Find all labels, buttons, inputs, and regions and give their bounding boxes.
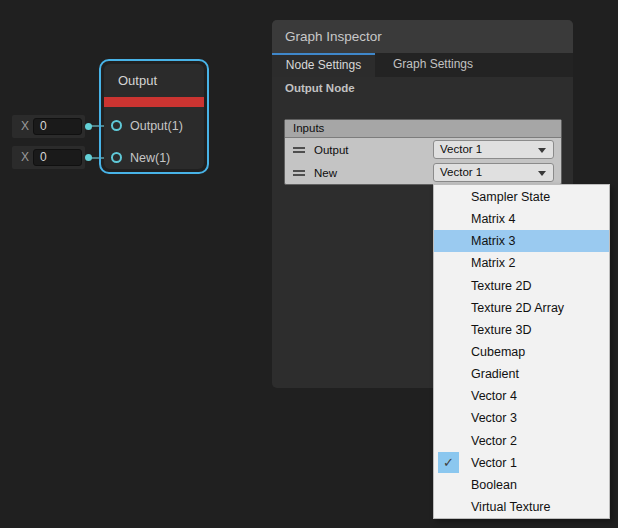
menu-item-gradient[interactable]: Gradient <box>434 363 609 385</box>
input-name: Output <box>314 144 349 156</box>
edge-endpoint-icon <box>85 123 92 130</box>
node-title: Output <box>118 64 157 97</box>
check-icon: ✓ <box>438 452 459 473</box>
inspector-header: Graph Inspector <box>272 20 573 53</box>
menu-item-matrix-4[interactable]: Matrix 4 <box>434 208 609 230</box>
tab-node-settings[interactable]: Node Settings <box>272 53 375 77</box>
menu-item-vector-4[interactable]: Vector 4 <box>434 385 609 407</box>
output-node[interactable]: Output Output(1) New(1) <box>104 64 204 169</box>
type-dropdown-output[interactable]: Vector 1 <box>433 140 554 159</box>
menu-item-cubemap[interactable]: Cubemap <box>434 341 609 363</box>
type-dropdown-new[interactable]: Vector 1 <box>433 163 554 182</box>
port-input-widget-output: X 0 <box>12 115 85 138</box>
menu-item-sampler-state[interactable]: Sampler State <box>434 186 609 208</box>
menu-item-texture-3d[interactable]: Texture 3D <box>434 319 609 341</box>
port-label: New(1) <box>130 150 170 166</box>
menu-item-matrix-3[interactable]: Matrix 3 <box>434 230 609 252</box>
menu-item-texture-2d[interactable]: Texture 2D <box>434 275 609 297</box>
drag-handle-icon[interactable] <box>293 170 305 176</box>
type-dropdown-menu: Sampler State Matrix 4 Matrix 3 Matrix 2… <box>433 184 610 519</box>
input-row-new[interactable]: New Vector 1 <box>285 161 561 184</box>
menu-item-vector-1[interactable]: ✓ Vector 1 <box>434 452 609 474</box>
port-circle-new[interactable] <box>111 152 122 163</box>
menu-item-matrix-2[interactable]: Matrix 2 <box>434 252 609 274</box>
inspector-tab-bar: Node Settings Graph Settings <box>272 53 573 77</box>
edge-endpoint-icon <box>85 154 92 161</box>
node-accent-bar <box>104 97 204 107</box>
menu-item-vector-2[interactable]: Vector 2 <box>434 430 609 452</box>
menu-item-boolean[interactable]: Boolean <box>434 474 609 496</box>
dropdown-value: Vector 1 <box>440 166 482 178</box>
chevron-down-icon <box>538 171 546 176</box>
drag-handle-icon[interactable] <box>293 147 305 153</box>
axis-label: X <box>21 146 29 169</box>
inspector-title: Graph Inspector <box>285 20 382 53</box>
number-field[interactable]: 0 <box>33 118 82 135</box>
inputs-list: Inputs Output Vector 1 New Vector 1 <box>284 119 562 185</box>
menu-item-vector-3[interactable]: Vector 3 <box>434 407 609 429</box>
section-title: Output Node <box>285 82 355 94</box>
number-field[interactable]: 0 <box>33 149 82 166</box>
inputs-list-header: Inputs <box>285 120 561 138</box>
input-name: New <box>314 167 337 179</box>
tab-graph-settings[interactable]: Graph Settings <box>375 53 491 77</box>
port-circle-output[interactable] <box>111 120 122 131</box>
port-input-widget-new: X 0 <box>12 146 85 169</box>
input-row-output[interactable]: Output Vector 1 <box>285 138 561 161</box>
menu-item-label: Vector 1 <box>471 456 517 470</box>
shader-graph-canvas: X 0 X 0 Output Output(1) New(1) Graph In… <box>0 0 618 528</box>
axis-label: X <box>21 115 29 138</box>
menu-item-virtual-texture[interactable]: Virtual Texture <box>434 496 609 518</box>
dropdown-value: Vector 1 <box>440 143 482 155</box>
menu-item-texture-2d-array[interactable]: Texture 2D Array <box>434 297 609 319</box>
port-label: Output(1) <box>130 118 183 134</box>
chevron-down-icon <box>538 148 546 153</box>
